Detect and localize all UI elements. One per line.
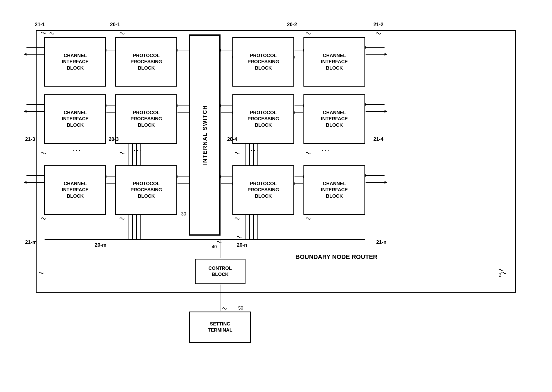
label-21-1: 21-1: [35, 22, 45, 28]
label-40: 40: [212, 244, 217, 249]
cib-row2-right: CHANNELINTERFACEBLOCK: [304, 95, 365, 143]
svg-marker-87: [385, 181, 387, 184]
label-21-3: 21-3: [25, 136, 35, 142]
dots-right-ppb: · · ·: [251, 148, 259, 154]
svg-marker-19: [24, 53, 26, 56]
dots-right-cib: · · ·: [322, 148, 330, 154]
dots-left-cib: · · ·: [72, 148, 80, 154]
svg-marker-63: [385, 53, 387, 56]
cib-row3-right: CHANNELINTERFACEBLOCK: [304, 166, 365, 214]
label-21-2: 21-2: [373, 22, 383, 28]
label-20-4: 20-4: [227, 136, 237, 142]
label-20-n: 20-n: [237, 242, 247, 248]
label-21-4: 21-4: [373, 136, 383, 142]
ppb-row1-left: PROTOCOLPROCESSINGBLOCK: [116, 38, 177, 86]
label-30: 30: [181, 212, 186, 217]
label-2: 2: [499, 273, 501, 278]
setting-terminal: SETTINGTERMINAL: [189, 312, 251, 342]
ppb-row3-left: PROTOCOLPROCESSINGBLOCK: [116, 166, 177, 214]
ppb-row2-left: PROTOCOLPROCESSINGBLOCK: [116, 95, 177, 143]
cib-row1-left: CHANNELINTERFACEBLOCK: [45, 38, 106, 86]
svg-marker-31: [24, 110, 26, 113]
cib-row1-right: CHANNELINTERFACEBLOCK: [304, 38, 365, 86]
label-20-2: 20-2: [287, 22, 297, 28]
ppb-row3-right: PROTOCOLPROCESSINGBLOCK: [233, 166, 294, 214]
cib-row2-left: CHANNELINTERFACEBLOCK: [45, 95, 106, 143]
label-20-1: 20-1: [110, 22, 120, 28]
internal-switch: INTERNAL SWITCH: [189, 35, 220, 235]
dots-left-ppb: · · ·: [134, 148, 142, 154]
ppb-row1-right: PROTOCOLPROCESSINGBLOCK: [233, 38, 294, 86]
boundary-node-router-label: BOUNDARY NODE ROUTER: [295, 253, 378, 261]
svg-marker-43: [24, 181, 26, 184]
cib-row3-left: CHANNELINTERFACEBLOCK: [45, 166, 106, 214]
label-20-m: 20-m: [95, 242, 106, 248]
ppb-row2-right: PROTOCOLPROCESSINGBLOCK: [233, 95, 294, 143]
label-20-3: 20-3: [109, 136, 119, 142]
label-21-m: 21-m: [25, 239, 37, 245]
label-21-n: 21-n: [376, 239, 386, 245]
svg-marker-75: [385, 110, 387, 113]
label-50: 50: [238, 306, 243, 311]
control-block: CONTROLBLOCK: [195, 259, 245, 284]
